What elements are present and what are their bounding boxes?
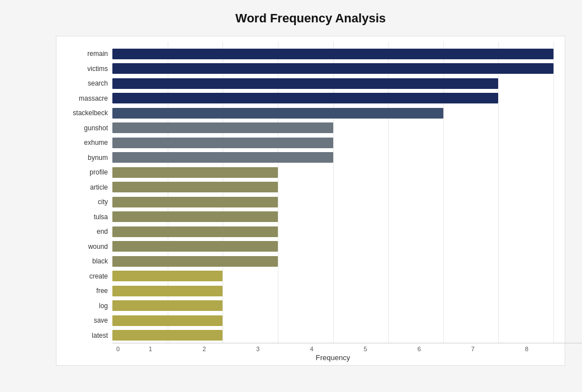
xaxis-tick: 5	[339, 346, 392, 352]
bar-track	[112, 138, 553, 148]
bar-label: search	[62, 79, 112, 87]
chart-container: Word Frequency Analysis remainvictimssea…	[0, 0, 582, 392]
bar-fill	[112, 182, 278, 192]
bar-row: profile	[62, 165, 553, 180]
bar-row: article	[62, 180, 553, 195]
xaxis: 012345678 Frequency	[62, 343, 553, 365]
bar-row: bynum	[62, 150, 553, 166]
bar-track	[112, 256, 553, 267]
bar-row: end	[62, 224, 553, 239]
xaxis-tick: 8	[500, 346, 553, 352]
bars-wrapper: remainvictimssearchmassacrestackelbeckgu…	[56, 42, 565, 343]
bar-row: black	[62, 254, 553, 269]
bar-label: stackelbeck	[62, 109, 112, 117]
bar-fill	[112, 211, 278, 222]
xaxis-tick: 6	[392, 346, 446, 352]
bar-fill	[112, 197, 278, 207]
bar-track	[112, 122, 553, 133]
bar-track	[112, 63, 553, 74]
bar-fill	[112, 300, 223, 311]
bar-row: massacre	[62, 91, 553, 106]
bar-label: latest	[62, 332, 112, 339]
bar-fill	[112, 167, 278, 178]
bar-track	[112, 49, 553, 59]
bar-fill	[112, 286, 223, 296]
bar-track	[112, 78, 553, 89]
bar-fill	[112, 330, 223, 341]
bar-label: tulsa	[62, 213, 112, 221]
bar-row: remain	[62, 46, 553, 62]
bar-row: stackelbeck	[62, 106, 553, 121]
chart-area: remainvictimssearchmassacrestackelbeckgu…	[56, 36, 565, 366]
bar-fill	[112, 78, 498, 89]
chart-title: Word Frequency Analysis	[56, 11, 565, 26]
bar-label: save	[62, 317, 112, 324]
bar-row: latest	[62, 328, 553, 343]
bar-label: wound	[62, 243, 112, 251]
xaxis-tick: 4	[285, 346, 338, 352]
xaxis-ticks: 012345678	[112, 343, 553, 352]
bar-track	[112, 108, 553, 119]
bar-label: remain	[62, 50, 112, 58]
bar-track	[112, 286, 553, 296]
bar-label: city	[62, 198, 112, 206]
bar-track	[112, 93, 553, 103]
bar-row: create	[62, 269, 553, 284]
bar-row: log	[62, 299, 553, 314]
bar-track	[112, 211, 553, 222]
bar-label: bynum	[62, 154, 112, 162]
bar-track	[112, 300, 553, 311]
bar-label: exhume	[62, 139, 112, 147]
bar-fill	[112, 226, 278, 237]
bar-label: log	[62, 302, 112, 310]
bar-label: free	[62, 287, 112, 295]
bar-fill	[112, 315, 223, 326]
bar-label: create	[62, 272, 112, 280]
bar-row: tulsa	[62, 210, 553, 225]
bar-row: city	[62, 195, 553, 210]
xaxis-tick: 3	[231, 346, 285, 352]
bar-track	[112, 182, 553, 192]
xaxis-tick: 2	[177, 346, 231, 352]
bar-fill	[112, 122, 333, 133]
bar-label: victims	[62, 65, 112, 73]
bar-row: search	[62, 76, 553, 91]
bar-track	[112, 167, 553, 178]
bar-fill	[112, 241, 278, 252]
bar-label: black	[62, 257, 112, 265]
bar-label: gunshot	[62, 124, 112, 132]
xaxis-tick: 7	[446, 346, 500, 352]
bar-label: massacre	[62, 95, 112, 102]
bar-row: wound	[62, 239, 553, 254]
bar-row: free	[62, 284, 553, 299]
xaxis-label: Frequency	[112, 353, 553, 362]
bar-track	[112, 241, 553, 252]
bar-track	[112, 152, 553, 163]
bar-fill	[112, 138, 333, 148]
bar-fill	[112, 108, 443, 119]
xaxis-tick: 0	[112, 346, 124, 352]
bar-row: save	[62, 313, 553, 328]
bar-track	[112, 271, 553, 281]
bar-fill	[112, 152, 333, 163]
xaxis-tick: 1	[124, 346, 177, 352]
bar-fill	[112, 49, 553, 59]
bar-track	[112, 315, 553, 326]
bar-row: gunshot	[62, 121, 553, 136]
bar-track	[112, 330, 553, 341]
bar-row: victims	[62, 62, 553, 77]
bar-fill	[112, 93, 498, 103]
bar-fill	[112, 63, 553, 74]
bar-label: profile	[62, 168, 112, 176]
bar-fill	[112, 256, 278, 267]
bar-track	[112, 226, 553, 237]
bar-label: article	[62, 183, 112, 191]
bar-track	[112, 197, 553, 207]
bar-fill	[112, 271, 223, 281]
bar-label: end	[62, 228, 112, 235]
bar-row: exhume	[62, 135, 553, 150]
